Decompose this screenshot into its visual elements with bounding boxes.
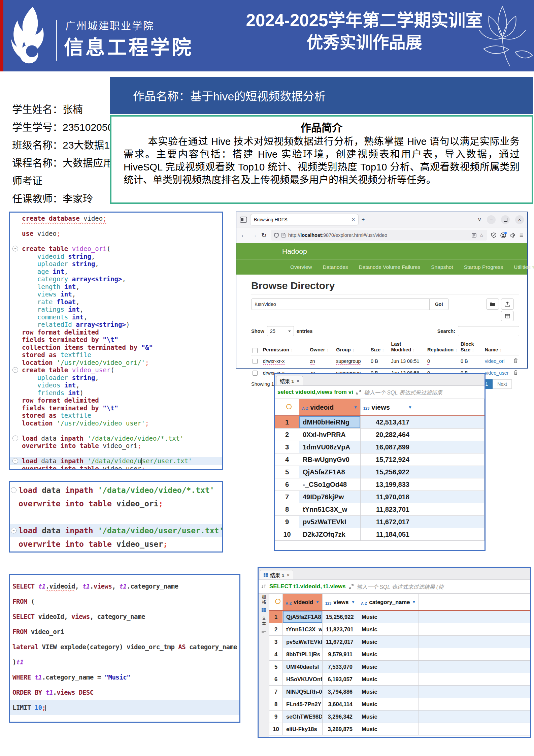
- fold-icon[interactable]: −: [12, 246, 18, 252]
- code-line[interactable]: [10, 427, 222, 435]
- column-header[interactable]: Name↕: [483, 340, 512, 355]
- code-line[interactable]: videoid string,: [10, 253, 222, 260]
- fold-icon[interactable]: −: [11, 528, 16, 534]
- expand-icon[interactable]: [349, 584, 354, 589]
- grid-cell[interactable]: Music: [358, 673, 419, 686]
- grid-cell[interactable]: QjA5faZF1A8: [283, 610, 323, 623]
- grid-cell[interactable]: Music: [358, 610, 419, 623]
- code-line[interactable]: category array<string>,: [10, 275, 222, 283]
- code-line[interactable]: −load data inpath '/data/video/video/*.t…: [10, 435, 222, 442]
- code-line[interactable]: overwrite into table video_ori;: [10, 497, 222, 510]
- grid-cell[interactable]: seGhTWE98DU: [283, 711, 323, 723]
- grid-cell[interactable]: UMf40daefsI: [283, 661, 323, 673]
- grid-cell[interactable]: 0XxI-hvPRRA: [299, 429, 361, 441]
- grid-row-number[interactable]: 5: [275, 466, 299, 478]
- code-line[interactable]: FROM (: [10, 594, 239, 609]
- sort-icon[interactable]: ↕: [382, 348, 384, 352]
- checkbox[interactable]: [253, 359, 258, 364]
- code-line[interactable]: overwrite into table video_user;: [10, 465, 222, 470]
- grid-cell[interactable]: 15,256,922: [323, 610, 358, 623]
- grid-row-number[interactable]: 7: [269, 686, 283, 698]
- code-line[interactable]: −load data inpath '/data/video/user/user…: [10, 524, 222, 537]
- hadoop-nav-item[interactable]: Overview: [290, 264, 312, 270]
- code-line[interactable]: [10, 222, 222, 230]
- code-line[interactable]: −create table video_user(: [10, 366, 222, 374]
- grid-row-number[interactable]: 1: [275, 416, 299, 429]
- code-line[interactable]: collection items terminated by "&": [10, 344, 222, 351]
- hadoop-nav-item[interactable]: Utilities ▾: [514, 264, 534, 270]
- column-header[interactable]: Group↕: [335, 340, 369, 355]
- column-header[interactable]: Permission↕: [262, 340, 309, 355]
- hadoop-nav-item[interactable]: Snapshot: [431, 264, 453, 270]
- view-tab-grid-label[interactable]: 栅格: [261, 595, 267, 605]
- column-header[interactable]: Size↕: [369, 340, 390, 355]
- text-view-icon[interactable]: [261, 629, 266, 633]
- code-line[interactable]: −create table video_ori(: [10, 245, 222, 253]
- code-line[interactable]: [10, 238, 222, 245]
- grid-cell[interactable]: D2kJZOfq7zk: [299, 528, 361, 541]
- code-line[interactable]: rate float,: [10, 298, 222, 306]
- next-page-button[interactable]: Next: [493, 379, 512, 389]
- tab-list-icon[interactable]: ∨: [477, 217, 481, 222]
- filter-caret-icon[interactable]: ▼: [315, 600, 320, 604]
- firefox-view-icon[interactable]: [240, 217, 247, 223]
- trash-icon[interactable]: [513, 358, 518, 363]
- grid-cell[interactable]: 15,256,922: [361, 466, 415, 478]
- trash-icon[interactable]: [513, 370, 518, 375]
- grid-cell[interactable]: 16,087,899: [361, 441, 415, 453]
- grid-row-number[interactable]: 9: [275, 516, 299, 528]
- grid-corner-cell[interactable]: [269, 594, 283, 611]
- grid-view-icon[interactable]: [262, 608, 266, 612]
- close-icon[interactable]: ×: [287, 572, 290, 578]
- code-line[interactable]: age int,: [10, 268, 222, 276]
- grid-cell[interactable]: Music: [358, 661, 419, 673]
- search-input[interactable]: [458, 326, 519, 336]
- code-line[interactable]: lateral VIEW explode(category) video_orc…: [10, 639, 239, 655]
- new-tab-icon[interactable]: +: [362, 217, 365, 222]
- grid-cell[interactable]: 8bbTtPL1jRs: [283, 648, 323, 661]
- grid-corner-cell[interactable]: [275, 399, 299, 416]
- grid-cell[interactable]: eiiU-Fky18s: [283, 723, 323, 735]
- grid-cell[interactable]: 3,296,342: [323, 711, 358, 723]
- code-line[interactable]: location '/usr/video/video_user';: [10, 419, 222, 427]
- sql-editor-create-tables[interactable]: create database video; use video; −creat…: [9, 212, 223, 470]
- grid-row-number[interactable]: 4: [275, 453, 299, 466]
- reader-mode-icon[interactable]: [472, 233, 476, 238]
- grid-row-number[interactable]: 8: [275, 503, 299, 516]
- code-line[interactable]: uploader string,: [10, 374, 222, 382]
- sort-icon[interactable]: ↕: [500, 348, 502, 352]
- filter-sql-text[interactable]: select videoid,views from vi: [277, 389, 353, 396]
- browser-tab[interactable]: Browsing HDFS ×: [251, 214, 358, 225]
- code-line[interactable]: videos int,: [10, 381, 222, 389]
- filter-caret-icon[interactable]: ▼: [351, 600, 355, 604]
- grid-cell[interactable]: QjA5faZF1A8: [299, 466, 361, 478]
- column-header[interactable]: Replication↕: [426, 340, 459, 355]
- page-size-select[interactable]: 25: [267, 326, 294, 336]
- result-tab[interactable]: 结果 1 ×: [260, 570, 293, 579]
- filter-icon[interactable]: [261, 584, 266, 589]
- cut-paste-button[interactable]: [501, 311, 514, 321]
- result-tab[interactable]: 结果 1 ×: [276, 376, 303, 385]
- close-button[interactable]: ×: [515, 215, 524, 224]
- grid-column-header[interactable]: 123views▼: [361, 399, 415, 416]
- bookmark-star-icon[interactable]: ☆: [479, 233, 483, 238]
- extensions-icon[interactable]: [510, 232, 515, 238]
- grid-cell[interactable]: Music: [358, 636, 419, 648]
- minimize-button[interactable]: −: [487, 215, 496, 224]
- code-line[interactable]: ORDER BY t1.views DESC: [10, 685, 239, 700]
- url-field[interactable]: http://localhost:9870/explorer.html#/usr…: [271, 230, 487, 241]
- column-header[interactable]: Last Modified↕: [390, 340, 426, 355]
- code-line[interactable]: relatedId array<string>): [10, 321, 222, 328]
- sort-icon[interactable]: ↕: [327, 348, 329, 352]
- code-line[interactable]: ratings int,: [10, 306, 222, 313]
- page-info-icon[interactable]: [281, 233, 286, 238]
- grid-cell[interactable]: Music: [358, 711, 419, 723]
- view-tab-text-label[interactable]: 文本: [261, 616, 267, 626]
- code-line[interactable]: −load data inpath '/data/video/user/user…: [10, 457, 222, 465]
- code-line[interactable]: uploader string,: [10, 260, 222, 268]
- grid-cell[interactable]: 11,970,018: [361, 491, 415, 503]
- grid-cell[interactable]: 6,193,057: [323, 673, 358, 686]
- hadoop-nav-item[interactable]: Datanodes: [323, 264, 348, 270]
- column-header[interactable]: Block Size↕: [459, 340, 483, 355]
- grid-cell[interactable]: RB-wUgnyGv0: [299, 453, 361, 466]
